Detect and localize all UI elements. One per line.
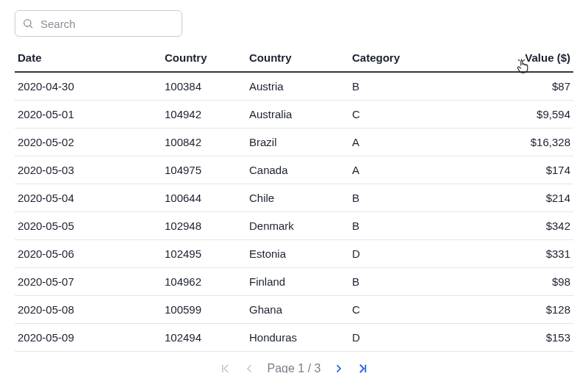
cell-id: 100644 [162, 184, 246, 212]
cell-id: 100599 [162, 296, 246, 324]
table-row: 2020-05-07104962FinlandB$98 [15, 268, 573, 296]
cell-id: 102495 [162, 240, 246, 268]
cell-country: Canada [246, 156, 349, 184]
table-row: 2020-05-05102948DenmarkB$342 [15, 212, 573, 240]
table-row: 2020-05-09102494HondurasD$153 [15, 324, 573, 352]
cell-date: 2020-05-09 [15, 324, 162, 352]
cell-category: D [349, 240, 474, 268]
cell-date: 2020-05-03 [15, 156, 162, 184]
prev-page-button[interactable] [244, 363, 256, 373]
cell-category: B [349, 184, 474, 212]
svg-line-1 [30, 26, 32, 28]
cell-category: B [349, 72, 474, 101]
cell-value: $214 [474, 184, 573, 212]
cell-id: 100384 [162, 72, 246, 101]
cell-category: A [349, 128, 474, 156]
cell-id: 102948 [162, 212, 246, 240]
cell-category: C [349, 101, 474, 128]
table-row: 2020-04-30100384AustriaB$87 [15, 72, 573, 101]
data-table: Date Country Country Category Value ($) … [15, 46, 573, 352]
cell-date: 2020-05-06 [15, 240, 162, 268]
first-page-button[interactable] [219, 362, 232, 373]
cell-country: Estonia [246, 240, 349, 268]
cell-value: $9,594 [474, 101, 573, 128]
cell-category: C [349, 296, 474, 324]
search-icon [22, 18, 34, 29]
cell-value: $128 [474, 296, 573, 324]
cell-value: $153 [474, 324, 573, 352]
cell-date: 2020-05-04 [15, 184, 162, 212]
pagination: Page 1 / 3 [219, 362, 370, 373]
cell-date: 2020-05-02 [15, 128, 162, 156]
cell-category: B [349, 268, 474, 296]
cell-id: 104975 [162, 156, 246, 184]
next-page-button[interactable] [332, 363, 344, 373]
cell-value: $16,328 [474, 128, 573, 156]
cell-date: 2020-05-01 [15, 101, 162, 128]
svg-point-0 [24, 20, 31, 26]
table-row: 2020-05-03104975CanadaA$174 [15, 156, 573, 184]
table-row: 2020-05-01104942AustraliaC$9,594 [15, 101, 573, 128]
cell-country: Brazil [246, 128, 349, 156]
cell-value: $174 [474, 156, 573, 184]
cell-country: Australia [246, 101, 349, 128]
cell-date: 2020-04-30 [15, 72, 162, 101]
header-id[interactable]: Country [162, 46, 246, 72]
cell-country: Ghana [246, 296, 349, 324]
cell-category: D [349, 324, 474, 352]
cell-id: 104942 [162, 101, 246, 128]
cell-category: A [349, 156, 474, 184]
cell-date: 2020-05-05 [15, 212, 162, 240]
cell-country: Finland [246, 268, 349, 296]
cell-value: $98 [474, 268, 573, 296]
cell-id: 100842 [162, 128, 246, 156]
cell-country: Honduras [246, 324, 349, 352]
header-country[interactable]: Country [246, 46, 349, 72]
header-category[interactable]: Category [349, 46, 474, 72]
cell-value: $87 [474, 72, 573, 101]
cell-date: 2020-05-08 [15, 296, 162, 324]
header-value-label: Value ($) [525, 51, 570, 64]
header-value[interactable]: Value ($) [474, 46, 573, 72]
cell-value: $342 [474, 212, 573, 240]
table-row: 2020-05-06102495EstoniaD$331 [15, 240, 573, 268]
page-indicator: Page 1 / 3 [268, 362, 321, 373]
table-row: 2020-05-02100842BrazilA$16,328 [15, 128, 573, 156]
cell-id: 102494 [162, 324, 246, 352]
search-input[interactable] [15, 10, 182, 37]
cell-country: Austria [246, 72, 349, 101]
cell-date: 2020-05-07 [15, 268, 162, 296]
cell-value: $331 [474, 240, 573, 268]
cell-country: Chile [246, 184, 349, 212]
table-row: 2020-05-04100644ChileB$214 [15, 184, 573, 212]
last-page-button[interactable] [356, 362, 369, 373]
cell-country: Denmark [246, 212, 349, 240]
header-date[interactable]: Date [15, 46, 162, 72]
cell-id: 104962 [162, 268, 246, 296]
table-row: 2020-05-08100599GhanaC$128 [15, 296, 573, 324]
cell-category: B [349, 212, 474, 240]
svg-line-2 [518, 59, 520, 61]
